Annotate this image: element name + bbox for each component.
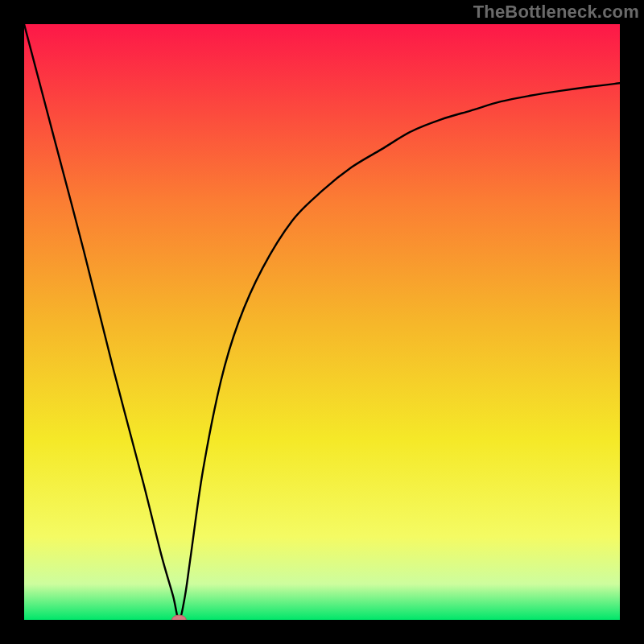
gradient-background [24,24,620,620]
watermark-text: TheBottleneck.com [473,2,639,23]
plot-area [24,24,620,620]
chart-frame: TheBottleneck.com [0,0,644,644]
plot-svg [24,24,620,620]
